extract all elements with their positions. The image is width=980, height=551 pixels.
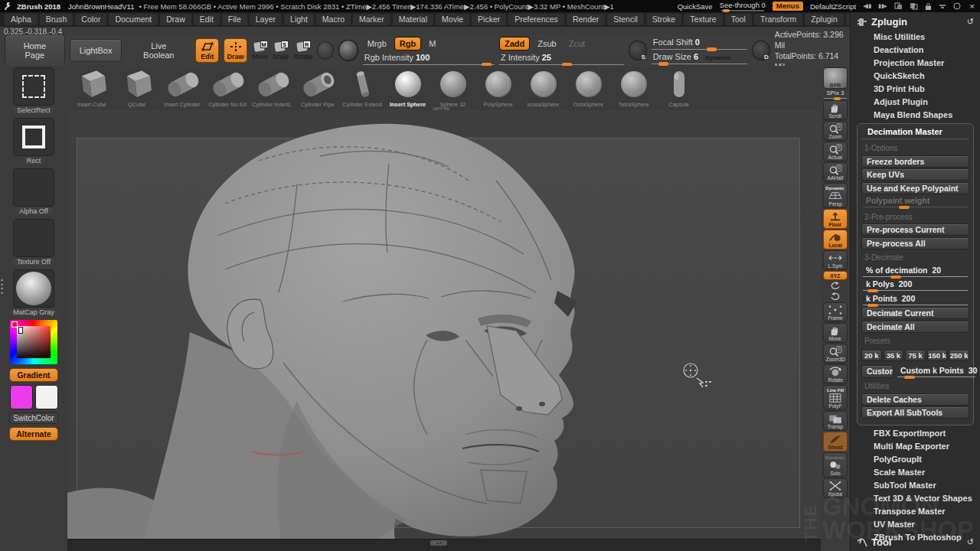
menu-zplugin[interactable]: Zplugin: [805, 14, 843, 25]
history-icon[interactable]: ↺: [967, 17, 974, 27]
menu-color[interactable]: Color: [75, 14, 106, 25]
shelf-persp-button[interactable]: DynamicPersp: [823, 183, 848, 208]
lightbox-button[interactable]: LightBox: [70, 39, 122, 62]
custom-k-points-slider[interactable]: Custom k Points 30: [896, 365, 977, 378]
custom-button[interactable]: Custom: [861, 365, 893, 378]
shelf-rotate-button[interactable]: Rotate: [823, 364, 848, 384]
interface-level-icon[interactable]: [939, 3, 946, 9]
decimation-master-title[interactable]: Decimation Master: [861, 126, 969, 139]
brush-qcube[interactable]: QCube: [114, 66, 159, 108]
k-points-slider[interactable]: k Points 200: [861, 293, 969, 306]
menu-file[interactable]: File: [222, 14, 247, 25]
draw-mode-button[interactable]: Draw: [224, 38, 247, 63]
shelf-aahalf-button[interactable]: AAHalf: [823, 162, 848, 182]
shelf-transp-button[interactable]: Transp: [823, 411, 848, 431]
secondary-color-swatch[interactable]: [35, 385, 58, 409]
brush-cylinder-extend[interactable]: Cylinder Extend: [340, 66, 385, 108]
scale-master-button[interactable]: Scale Master: [851, 466, 980, 479]
menu-document[interactable]: Document: [109, 14, 158, 25]
75-k-button[interactable]: 75 k: [905, 350, 926, 361]
edit-mode-button[interactable]: Edit: [195, 38, 219, 63]
menu-layer[interactable]: Layer: [250, 14, 282, 25]
shelf-spinl-icon[interactable]: [825, 281, 845, 291]
menu-alpha[interactable]: Alpha: [5, 14, 38, 25]
percent-decimation-slider[interactable]: % of decimation 20: [861, 265, 969, 278]
menu-movie[interactable]: Movie: [436, 14, 469, 25]
live-boolean-button[interactable]: Live Boolean: [126, 34, 191, 67]
shelf-spix-3-button[interactable]: SPix 3: [822, 90, 848, 99]
saturation-value-square[interactable]: [17, 326, 51, 358]
brush-insert-cylinder[interactable]: Insert Cylinder: [159, 66, 204, 108]
shelf-bpr-button[interactable]: BPR: [823, 67, 848, 89]
decimate-all-button[interactable]: Decimate All: [861, 321, 969, 333]
copy-doc-icon[interactable]: [894, 2, 903, 10]
shelf-local-button[interactable]: Local: [823, 230, 848, 249]
35-k-button[interactable]: 35 k: [884, 350, 904, 361]
shelf-l-sym-button[interactable]: L.Sym: [823, 250, 848, 270]
close-window-button[interactable]: ×: [968, 2, 977, 11]
mem-bar-left-icon[interactable]: ◂▮▮: [863, 3, 871, 9]
menu-stencil[interactable]: Stencil: [607, 14, 644, 25]
menu-transform[interactable]: Transform: [754, 14, 802, 25]
lock-icon[interactable]: [925, 2, 932, 11]
k-polys-slider[interactable]: k Polys 200: [861, 279, 969, 292]
20-k-button[interactable]: 20 k: [861, 350, 882, 361]
menu-edit[interactable]: Edit: [194, 14, 220, 25]
move-mode-button[interactable]: M Move: [252, 41, 268, 60]
polypaint-weight-slider[interactable]: Polypaint weight: [861, 195, 969, 208]
zadd-button[interactable]: Zadd: [499, 37, 530, 51]
shelf-zoom3d-button[interactable]: Zoom3D: [823, 344, 848, 364]
shelf-move-button[interactable]: Move: [823, 323, 848, 343]
shelf-frame-button[interactable]: Frame: [823, 302, 848, 322]
menu-marker[interactable]: Marker: [353, 14, 390, 25]
250-k-button[interactable]: 250 k: [949, 350, 969, 361]
menus-toggle-button[interactable]: Menus: [773, 2, 803, 11]
150-k-button[interactable]: 150 k: [927, 350, 948, 361]
quicksketch-button[interactable]: QuickSketch: [851, 70, 980, 83]
default-zscript-button[interactable]: DefaultZScript: [810, 2, 856, 11]
material-selector[interactable]: [13, 269, 54, 308]
menu-brush[interactable]: Brush: [40, 14, 73, 25]
document-canvas[interactable]: ▲▼: [67, 110, 823, 551]
brush-cylinder-no-ed[interactable]: Cylinder No Ed: [204, 66, 250, 108]
menu-render[interactable]: Render: [567, 14, 605, 25]
switch-color-button[interactable]: SwitchColor: [9, 412, 58, 424]
paste-doc-icon[interactable]: [910, 2, 918, 10]
rgb-button[interactable]: Rgb: [394, 37, 421, 51]
brush-insert-cube[interactable]: Insert Cube: [69, 66, 114, 108]
subtool-master-button[interactable]: SubTool Master: [851, 479, 980, 492]
shelf-xpose-button[interactable]: Xpose: [823, 478, 848, 498]
tool-history-icon[interactable]: ↺: [967, 537, 974, 547]
shelf-polyf-button[interactable]: Line FillPolyF: [823, 385, 848, 410]
misc-utilities-button[interactable]: Misc Utilities: [851, 31, 980, 44]
mem-bar-right-icon[interactable]: ▮▮▸: [878, 3, 887, 9]
brush-sphere-32[interactable]: Sphere 32: [430, 66, 475, 108]
gradient-button[interactable]: Gradient: [9, 368, 58, 382]
color-picker[interactable]: [10, 320, 57, 364]
menu-light[interactable]: Light: [284, 14, 314, 25]
alpha-shape-selector[interactable]: [13, 118, 54, 156]
stroke-selector[interactable]: [13, 67, 54, 106]
shelf-scroll-button[interactable]: Scroll: [823, 100, 848, 120]
brush-octasphere[interactable]: OctaSphere: [566, 66, 611, 108]
zcut-button[interactable]: Zcut: [564, 37, 590, 50]
left-tray-toggle[interactable]: ▴ ▴ ▾ ▾: [1, 277, 3, 295]
menu-texture[interactable]: Texture: [684, 14, 722, 25]
gyro-icon[interactable]: [317, 41, 334, 60]
stroke-picker-icon[interactable]: [629, 41, 647, 60]
menu-picker[interactable]: Picker: [472, 14, 506, 25]
zsub-button[interactable]: Zsub: [533, 37, 560, 50]
transpose-master-button[interactable]: Transpose Master: [851, 505, 980, 518]
menu-stroke[interactable]: Stroke: [646, 14, 681, 25]
alpha-selector[interactable]: [13, 168, 54, 207]
doc-nav-icon[interactable]: [752, 41, 770, 60]
polygroupit-button[interactable]: PolyGroupIt: [851, 453, 980, 466]
deactivation-button[interactable]: Deactivation: [851, 44, 980, 57]
mrgb-button[interactable]: Mrgb: [363, 37, 391, 50]
shelf-xyz-button[interactable]: XYZ: [823, 271, 848, 280]
shelf-zoom-button[interactable]: Zoom: [823, 121, 848, 141]
uv-master-button[interactable]: UV Master: [851, 518, 980, 531]
export-all-subtools-button[interactable]: Export All SubTools: [861, 406, 969, 419]
pre-process-current-button[interactable]: Pre-process Current: [861, 223, 969, 236]
brush-cylinder-insertl[interactable]: Cylinder InsertL: [250, 66, 295, 108]
